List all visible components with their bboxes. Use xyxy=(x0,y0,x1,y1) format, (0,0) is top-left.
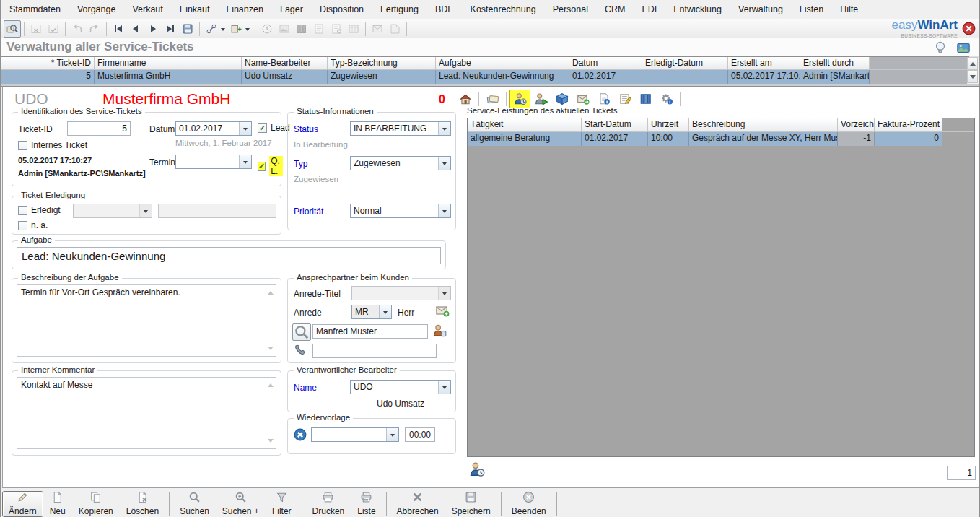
erledigt-zeit-field[interactable] xyxy=(158,204,276,218)
typ-combo[interactable]: Zugewiesen xyxy=(350,156,451,170)
mail-add-icon[interactable] xyxy=(435,303,450,318)
anrede-titel-combo[interactable] xyxy=(351,286,451,300)
menu-item-verkauf[interactable]: Verkauf xyxy=(132,4,162,14)
link-icon-caret[interactable] xyxy=(221,28,225,33)
scroll-down-icon[interactable] xyxy=(268,439,274,446)
contact-search-icon[interactable] xyxy=(292,323,311,341)
chevron-down-icon[interactable] xyxy=(379,305,391,318)
chevron-down-icon[interactable] xyxy=(438,157,450,170)
menu-item-entwicklung[interactable]: Entwicklung xyxy=(673,4,722,14)
notes-add-icon[interactable] xyxy=(328,20,345,38)
save-record-icon[interactable] xyxy=(179,20,196,38)
column-header[interactable]: * Ticket-ID xyxy=(1,57,95,69)
filter-button[interactable]: Filter xyxy=(266,491,298,517)
chevron-down-icon[interactable] xyxy=(438,381,450,394)
card-view-icon[interactable] xyxy=(956,40,971,55)
menu-item-stammdaten[interactable]: Stammdaten xyxy=(9,4,61,14)
column-header[interactable]: Beschreibung xyxy=(689,118,838,131)
add-record-icon-caret[interactable] xyxy=(245,28,250,33)
mail-icon[interactable] xyxy=(369,20,386,38)
time-person-icon[interactable] xyxy=(469,461,485,477)
close-icon[interactable] xyxy=(962,22,976,35)
erledigt-checkbox[interactable]: Erledigt xyxy=(18,205,61,215)
column-header[interactable]: Erledigt-Datum xyxy=(642,57,728,69)
table-row[interactable]: allgemeine Beratung01.02.201710:00Gesprä… xyxy=(468,132,974,146)
status-combo[interactable]: IN BEARBEITUNG xyxy=(350,121,451,136)
wiedervorlage-zeit-field[interactable]: 00:00 xyxy=(405,427,435,442)
menu-item-verwaltung[interactable]: Verwaltung xyxy=(738,4,783,14)
excel-icon[interactable] xyxy=(345,20,362,38)
liste-button[interactable]: Liste xyxy=(351,491,382,517)
menu-item-lager[interactable]: Lager xyxy=(280,4,303,14)
kommentar-textarea[interactable]: Kontakt auf Messe xyxy=(17,377,276,449)
grid-cancel-icon[interactable] xyxy=(27,20,45,38)
scroll-up-icon[interactable] xyxy=(268,381,274,387)
na-checkbox[interactable]: n. a. xyxy=(18,220,48,230)
bearbeiter-combo[interactable]: UDO xyxy=(350,380,451,394)
column-header[interactable]: Erstellt durch xyxy=(800,57,870,69)
menu-item-bde[interactable]: BDE xyxy=(435,4,454,14)
menu-item-hilfe[interactable]: Hilfe xyxy=(840,4,858,14)
clear-date-icon[interactable] xyxy=(294,428,307,441)
beschreibung-textarea[interactable]: Termin für Vor-Ort Gespräch vereinbaren. xyxy=(17,284,276,357)
grid-apply-icon[interactable] xyxy=(45,20,62,38)
column-header[interactable]: Uhrzeit xyxy=(648,118,689,131)
ql-checkbox[interactable]: ✓ Q. L. xyxy=(258,156,283,176)
wiedervorlage-combo[interactable] xyxy=(311,427,399,442)
chevron-down-icon[interactable] xyxy=(438,122,450,135)
neu-button[interactable]: Neu xyxy=(43,491,72,517)
column-header[interactable]: Tätigkeit xyxy=(468,118,582,131)
menu-item-edi[interactable]: EDI xyxy=(642,4,657,14)
add-record-icon[interactable] xyxy=(227,20,245,38)
internes-ticket-checkbox[interactable]: Internes Ticket xyxy=(18,140,87,150)
column-header[interactable]: Name-Bearbeiter xyxy=(242,57,328,69)
column-header[interactable]: Typ-Bezeichnung xyxy=(328,57,436,69)
notes-icon[interactable] xyxy=(310,20,328,38)
column-header[interactable]: Vorzeich xyxy=(838,118,875,131)
scroll-up-icon[interactable] xyxy=(268,288,274,295)
termin-combo[interactable] xyxy=(175,155,252,169)
chevron-down-icon[interactable] xyxy=(386,428,398,441)
menu-item-listen[interactable]: Listen xyxy=(800,4,823,14)
datum-combo[interactable]: 01.02.2017 xyxy=(175,121,252,136)
kontakt-field[interactable]: Manfred Muster xyxy=(312,324,428,339)
nav-first-icon[interactable] xyxy=(110,20,127,38)
menu-item-kostenrechnung[interactable]: Kostenrechnung xyxy=(471,4,536,14)
undo-icon[interactable] xyxy=(69,20,86,38)
link-icon[interactable] xyxy=(203,20,220,38)
ticket-id-field[interactable]: 5 xyxy=(67,121,131,136)
abbrechen-button[interactable]: Abbrechen xyxy=(390,491,445,517)
hint-bulb-icon[interactable] xyxy=(933,40,948,55)
scroll-down-icon[interactable] xyxy=(967,70,978,83)
scroll-down-icon[interactable] xyxy=(268,347,274,353)
image-icon[interactable] xyxy=(276,20,293,38)
menu-item-finanzen[interactable]: Finanzen xyxy=(227,4,263,14)
menu-item-disposition[interactable]: Disposition xyxy=(320,4,364,14)
aendern-button[interactable]: Ändern xyxy=(2,491,43,517)
chevron-down-icon[interactable] xyxy=(239,155,251,168)
column-header[interactable]: Faktura-Prozent xyxy=(875,118,942,131)
erledigt-datum-combo[interactable] xyxy=(73,204,152,218)
speichern-button[interactable]: Speichern xyxy=(445,491,497,517)
loeschen-button[interactable]: Löschen xyxy=(120,491,165,517)
memo-icon[interactable] xyxy=(386,20,403,38)
menu-item-crm[interactable]: CRM xyxy=(605,4,625,14)
prioritaet-combo[interactable]: Normal xyxy=(350,204,451,218)
column-header[interactable]: Erstellt am xyxy=(728,57,800,69)
lead-checkbox[interactable]: ✓ Lead xyxy=(258,123,290,133)
menu-item-vorg-nge[interactable]: Vorgänge xyxy=(77,4,116,14)
column-header[interactable]: Aufgabe xyxy=(436,57,569,69)
settings-info-icon[interactable] xyxy=(656,90,677,108)
table-row[interactable]: 5Musterfirma GmbHUdo UmsatzZugewiesenLea… xyxy=(1,70,969,84)
redo-icon[interactable] xyxy=(86,20,103,38)
tickets-grid-scrollbar[interactable] xyxy=(967,57,978,84)
anrede-combo[interactable]: MR xyxy=(351,305,392,319)
column-header[interactable]: Datum xyxy=(569,57,642,69)
contact-card-icon[interactable] xyxy=(432,323,447,338)
nav-prev-icon[interactable] xyxy=(127,20,144,38)
beenden-button[interactable]: Beenden xyxy=(505,491,553,517)
drucken-button[interactable]: Drucken xyxy=(306,491,351,517)
nav-last-icon[interactable] xyxy=(162,20,179,38)
archive-icon[interactable] xyxy=(293,20,310,38)
column-header[interactable]: Firmenname xyxy=(95,57,242,69)
